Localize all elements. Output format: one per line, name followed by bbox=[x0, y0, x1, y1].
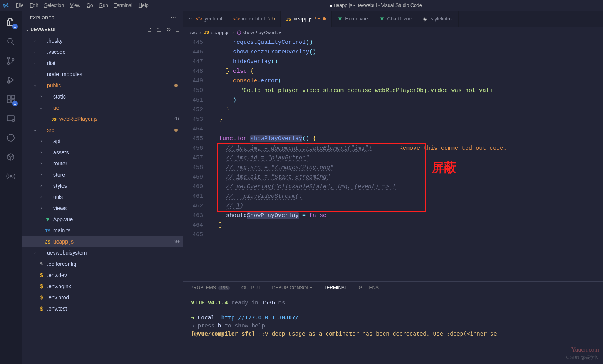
tree-item[interactable]: TS main.ts bbox=[22, 225, 183, 236]
svg-point-14 bbox=[10, 175, 12, 177]
more-icon[interactable]: ⋯ bbox=[171, 15, 176, 21]
editor-tabs: ⋯ <> yer.html <> index.html .\ 5 JS ueap… bbox=[183, 11, 603, 27]
editor-tab[interactable]: ⋯ <> yer.html bbox=[183, 11, 228, 27]
collapse-icon[interactable]: ⊟ bbox=[175, 27, 180, 33]
tree-item[interactable]: › node_modules bbox=[22, 68, 183, 80]
editor-tab[interactable]: ◈ .stylelintrc. bbox=[417, 11, 459, 27]
panel-tabs: PROBLEMS155OUTPUTDEBUG CONSOLETERMINALGI… bbox=[183, 282, 603, 296]
vscode-logo-icon: ⋈ bbox=[3, 2, 10, 9]
tree-item[interactable]: ⌄ public bbox=[22, 80, 183, 91]
menu-run[interactable]: Run bbox=[96, 3, 111, 8]
editor-tab[interactable]: <> index.html .\ 5 bbox=[228, 11, 281, 27]
extensions-badge: 1 bbox=[12, 101, 18, 106]
svg-point-0 bbox=[8, 38, 12, 43]
menu-go[interactable]: Go bbox=[84, 3, 96, 8]
remote-icon[interactable] bbox=[2, 109, 20, 128]
explorer-badge: 1 bbox=[12, 24, 18, 29]
tree-item[interactable]: › store bbox=[22, 169, 183, 180]
tree-item[interactable]: JS webRtcPlayer.js 9+ bbox=[22, 113, 183, 124]
tree-item[interactable]: › .vscode bbox=[22, 46, 183, 57]
tree-item[interactable]: › uevwebuisystem bbox=[22, 247, 183, 258]
panel-tab-terminal[interactable]: TERMINAL bbox=[324, 285, 347, 293]
explorer-sidebar: EXPLORER ⋯ ⌄ UEVWEBUI 🗋 🗀 ↻ ⊟ › .husky ›… bbox=[22, 11, 183, 364]
breadcrumb[interactable]: src› JS ueapp.js› ⬡ showPlayOverlay bbox=[183, 27, 603, 38]
tree-item[interactable]: ▼ App.vue bbox=[22, 214, 183, 225]
tree-item[interactable]: › views bbox=[22, 202, 183, 214]
tree-item[interactable]: › assets bbox=[22, 147, 183, 158]
editor-tab[interactable]: ▼ Chart1.vue bbox=[374, 11, 417, 27]
tree-item[interactable]: › styles bbox=[22, 180, 183, 191]
svg-point-4 bbox=[12, 59, 14, 61]
project-header[interactable]: ⌄ UEVWEBUI 🗋 🗀 ↻ ⊟ bbox=[22, 24, 183, 35]
panel-tab-problems[interactable]: PROBLEMS155 bbox=[190, 285, 230, 293]
tree-item[interactable]: $ .env.nginx bbox=[22, 281, 183, 292]
new-folder-icon[interactable]: 🗀 bbox=[156, 27, 162, 33]
window-title: ●ueapp.js - uevwebui - Visual Studio Cod… bbox=[152, 3, 600, 8]
live-icon[interactable] bbox=[2, 167, 20, 185]
tree-item[interactable]: $ .env.dev bbox=[22, 269, 183, 281]
source-control-icon[interactable] bbox=[2, 52, 20, 70]
tree-item[interactable]: › utils bbox=[22, 191, 183, 202]
file-tree: › .husky › .vscode › dist › node_modules… bbox=[22, 35, 183, 364]
menu-edit[interactable]: Edit bbox=[27, 3, 41, 8]
tree-item[interactable]: › router bbox=[22, 158, 183, 169]
terminal-output[interactable]: VITE v4.1.4 ready in 1536 ms → Local: ht… bbox=[183, 296, 603, 364]
search-icon[interactable] bbox=[2, 32, 20, 51]
svg-point-2 bbox=[8, 57, 10, 59]
menu-view[interactable]: View bbox=[67, 3, 84, 8]
tree-item[interactable]: ✎ .editorconfig bbox=[22, 258, 183, 269]
tree-item[interactable]: › .husky bbox=[22, 35, 183, 46]
svg-rect-9 bbox=[12, 95, 15, 99]
panel-tab-gitlens[interactable]: GITLENS bbox=[359, 285, 379, 293]
refresh-icon[interactable]: ↻ bbox=[166, 27, 171, 33]
tree-item[interactable]: $ .env.prod bbox=[22, 292, 183, 303]
explorer-icon[interactable]: 1 bbox=[2, 13, 20, 32]
panel-tab-output[interactable]: OUTPUT bbox=[241, 285, 260, 293]
testing-icon[interactable] bbox=[2, 129, 20, 147]
editor-area: ⋯ <> yer.html <> index.html .\ 5 JS ueap… bbox=[183, 11, 603, 364]
tree-item[interactable]: › api bbox=[22, 135, 183, 147]
menu-terminal[interactable]: Terminal bbox=[111, 3, 136, 8]
debug-icon[interactable] bbox=[2, 71, 20, 89]
package-icon[interactable] bbox=[2, 148, 20, 166]
bottom-panel: PROBLEMS155OUTPUTDEBUG CONSOLETERMINALGI… bbox=[183, 281, 603, 364]
tree-item[interactable]: ⌄ src bbox=[22, 124, 183, 135]
editor-tab[interactable]: ▼ Home.vue bbox=[332, 11, 374, 27]
activity-bar: 1 1 bbox=[0, 11, 22, 364]
svg-line-1 bbox=[12, 43, 14, 45]
svg-point-3 bbox=[8, 63, 10, 65]
tree-item[interactable]: JS ueapp.js 9+ bbox=[22, 236, 183, 247]
new-file-icon[interactable]: 🗋 bbox=[147, 27, 152, 33]
menu-file[interactable]: File bbox=[13, 3, 27, 8]
extensions-icon[interactable]: 1 bbox=[2, 90, 20, 109]
menu-help[interactable]: Help bbox=[136, 3, 152, 8]
tree-item[interactable]: ⌄ ue bbox=[22, 102, 183, 113]
sidebar-title: EXPLORER ⋯ bbox=[22, 11, 183, 24]
menubar: ⋈ FileEditSelectionViewGoRunTerminalHelp… bbox=[0, 0, 603, 11]
svg-rect-7 bbox=[7, 100, 10, 103]
tree-item[interactable]: › dist bbox=[22, 57, 183, 68]
code-editor[interactable]: 4454464474484494504514524534544554564574… bbox=[183, 38, 603, 281]
menu-selection[interactable]: Selection bbox=[41, 3, 67, 8]
svg-rect-6 bbox=[7, 96, 10, 99]
editor-tab[interactable]: JS ueapp.js 9+ bbox=[281, 11, 332, 27]
annotation: 屏蔽 bbox=[432, 163, 456, 172]
panel-tab-debug-console[interactable]: DEBUG CONSOLE bbox=[272, 285, 312, 293]
tree-item[interactable]: $ .env.test bbox=[22, 303, 183, 314]
tree-item[interactable]: › static bbox=[22, 91, 183, 102]
